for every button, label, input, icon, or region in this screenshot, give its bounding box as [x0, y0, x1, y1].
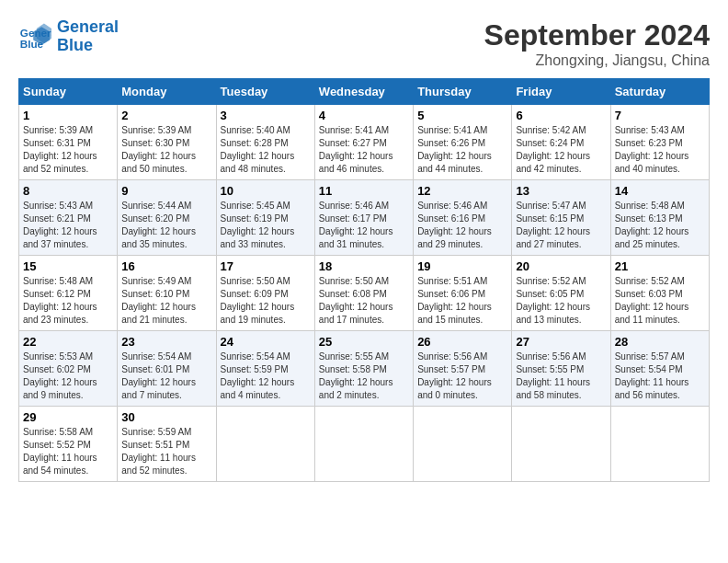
day-info: Sunrise: 5:52 AM Sunset: 6:05 PM Dayligh…	[516, 275, 606, 327]
day-info: Sunrise: 5:44 AM Sunset: 6:20 PM Dayligh…	[121, 200, 211, 251]
calendar-header-row: SundayMondayTuesdayWednesdayThursdayFrid…	[19, 79, 710, 105]
calendar-day	[512, 407, 610, 482]
calendar-day: 30Sunrise: 5:59 AM Sunset: 5:51 PM Dayli…	[118, 407, 216, 482]
day-number: 23	[121, 335, 211, 349]
calendar-day: 10Sunrise: 5:45 AM Sunset: 6:19 PM Dayli…	[216, 180, 314, 256]
calendar-day: 20Sunrise: 5:52 AM Sunset: 6:05 PM Dayli…	[512, 256, 610, 331]
header-sunday: Sunday	[19, 79, 118, 105]
title-block: September 2024 Zhongxing, Jiangsu, China	[484, 18, 710, 69]
day-info: Sunrise: 5:43 AM Sunset: 6:21 PM Dayligh…	[23, 200, 113, 251]
header-wednesday: Wednesday	[314, 79, 413, 105]
header-saturday: Saturday	[610, 79, 709, 105]
day-number: 1	[23, 109, 113, 122]
day-number: 25	[319, 335, 409, 349]
logo-icon: General Blue	[18, 20, 51, 53]
header-thursday: Thursday	[414, 79, 512, 105]
day-info: Sunrise: 5:42 AM Sunset: 6:24 PM Dayligh…	[516, 124, 606, 176]
page-header: General Blue General Blue September 2024…	[18, 18, 710, 69]
day-number: 7	[615, 109, 705, 122]
calendar-day: 24Sunrise: 5:54 AM Sunset: 5:59 PM Dayli…	[216, 331, 314, 407]
calendar-day: 2Sunrise: 5:39 AM Sunset: 6:30 PM Daylig…	[118, 105, 216, 180]
calendar-day: 7Sunrise: 5:43 AM Sunset: 6:23 PM Daylig…	[610, 105, 709, 180]
calendar-day: 17Sunrise: 5:50 AM Sunset: 6:09 PM Dayli…	[216, 256, 314, 331]
day-number: 3	[221, 109, 311, 122]
calendar-day: 19Sunrise: 5:51 AM Sunset: 6:06 PM Dayli…	[414, 256, 512, 331]
calendar-table: SundayMondayTuesdayWednesdayThursdayFrid…	[18, 78, 710, 482]
day-info: Sunrise: 5:54 AM Sunset: 5:59 PM Dayligh…	[221, 350, 311, 402]
calendar-week-3: 15Sunrise: 5:48 AM Sunset: 6:12 PM Dayli…	[19, 256, 710, 331]
logo: General Blue General Blue	[18, 18, 119, 55]
day-number: 5	[417, 109, 507, 122]
calendar-body: 1Sunrise: 5:39 AM Sunset: 6:31 PM Daylig…	[19, 105, 710, 482]
day-info: Sunrise: 5:45 AM Sunset: 6:19 PM Dayligh…	[221, 200, 311, 251]
day-number: 15	[23, 259, 113, 273]
day-info: Sunrise: 5:47 AM Sunset: 6:15 PM Dayligh…	[516, 200, 606, 251]
day-number: 16	[121, 259, 211, 273]
day-info: Sunrise: 5:56 AM Sunset: 5:57 PM Dayligh…	[417, 350, 507, 402]
calendar-day	[610, 407, 709, 482]
day-number: 14	[615, 184, 705, 198]
day-info: Sunrise: 5:39 AM Sunset: 6:31 PM Dayligh…	[23, 124, 113, 176]
day-number: 28	[615, 335, 705, 349]
day-info: Sunrise: 5:41 AM Sunset: 6:26 PM Dayligh…	[417, 124, 507, 176]
calendar-day: 21Sunrise: 5:52 AM Sunset: 6:03 PM Dayli…	[610, 256, 709, 331]
day-info: Sunrise: 5:50 AM Sunset: 6:08 PM Dayligh…	[319, 275, 409, 327]
day-info: Sunrise: 5:50 AM Sunset: 6:09 PM Dayligh…	[221, 275, 311, 327]
calendar-day: 9Sunrise: 5:44 AM Sunset: 6:20 PM Daylig…	[118, 180, 216, 256]
day-info: Sunrise: 5:51 AM Sunset: 6:06 PM Dayligh…	[417, 275, 507, 327]
calendar-week-1: 1Sunrise: 5:39 AM Sunset: 6:31 PM Daylig…	[19, 105, 710, 180]
day-info: Sunrise: 5:54 AM Sunset: 6:01 PM Dayligh…	[121, 350, 211, 402]
calendar-day	[216, 407, 314, 482]
day-number: 30	[121, 410, 211, 424]
calendar-day: 8Sunrise: 5:43 AM Sunset: 6:21 PM Daylig…	[19, 180, 118, 256]
calendar-day: 16Sunrise: 5:49 AM Sunset: 6:10 PM Dayli…	[118, 256, 216, 331]
day-info: Sunrise: 5:48 AM Sunset: 6:13 PM Dayligh…	[615, 200, 705, 251]
calendar-day: 29Sunrise: 5:58 AM Sunset: 5:52 PM Dayli…	[19, 407, 118, 482]
calendar-day: 13Sunrise: 5:47 AM Sunset: 6:15 PM Dayli…	[512, 180, 610, 256]
day-number: 29	[23, 410, 113, 424]
calendar-day: 3Sunrise: 5:40 AM Sunset: 6:28 PM Daylig…	[216, 105, 314, 180]
day-info: Sunrise: 5:55 AM Sunset: 5:58 PM Dayligh…	[319, 350, 409, 402]
day-number: 12	[417, 184, 507, 198]
day-number: 17	[221, 259, 311, 273]
day-info: Sunrise: 5:52 AM Sunset: 6:03 PM Dayligh…	[615, 275, 705, 327]
day-number: 10	[221, 184, 311, 198]
day-number: 2	[121, 109, 211, 122]
day-number: 22	[23, 335, 113, 349]
day-info: Sunrise: 5:48 AM Sunset: 6:12 PM Dayligh…	[23, 275, 113, 327]
calendar-day: 14Sunrise: 5:48 AM Sunset: 6:13 PM Dayli…	[610, 180, 709, 256]
day-info: Sunrise: 5:40 AM Sunset: 6:28 PM Dayligh…	[221, 124, 311, 176]
day-number: 24	[221, 335, 311, 349]
day-number: 8	[23, 184, 113, 198]
day-info: Sunrise: 5:56 AM Sunset: 5:55 PM Dayligh…	[516, 350, 606, 402]
calendar-day: 5Sunrise: 5:41 AM Sunset: 6:26 PM Daylig…	[414, 105, 512, 180]
calendar-day: 4Sunrise: 5:41 AM Sunset: 6:27 PM Daylig…	[314, 105, 413, 180]
day-number: 19	[417, 259, 507, 273]
calendar-subtitle: Zhongxing, Jiangsu, China	[484, 52, 710, 69]
calendar-day: 25Sunrise: 5:55 AM Sunset: 5:58 PM Dayli…	[314, 331, 413, 407]
day-number: 18	[319, 259, 409, 273]
calendar-day: 15Sunrise: 5:48 AM Sunset: 6:12 PM Dayli…	[19, 256, 118, 331]
calendar-day: 26Sunrise: 5:56 AM Sunset: 5:57 PM Dayli…	[414, 331, 512, 407]
day-info: Sunrise: 5:46 AM Sunset: 6:17 PM Dayligh…	[319, 200, 409, 251]
calendar-week-4: 22Sunrise: 5:53 AM Sunset: 6:02 PM Dayli…	[19, 331, 710, 407]
logo-text: General Blue	[57, 18, 119, 55]
calendar-day: 23Sunrise: 5:54 AM Sunset: 6:01 PM Dayli…	[118, 331, 216, 407]
header-monday: Monday	[118, 79, 216, 105]
day-number: 13	[516, 184, 606, 198]
day-number: 21	[615, 259, 705, 273]
header-tuesday: Tuesday	[216, 79, 314, 105]
calendar-day: 12Sunrise: 5:46 AM Sunset: 6:16 PM Dayli…	[414, 180, 512, 256]
day-info: Sunrise: 5:41 AM Sunset: 6:27 PM Dayligh…	[319, 124, 409, 176]
calendar-day: 1Sunrise: 5:39 AM Sunset: 6:31 PM Daylig…	[19, 105, 118, 180]
calendar-day: 28Sunrise: 5:57 AM Sunset: 5:54 PM Dayli…	[610, 331, 709, 407]
day-info: Sunrise: 5:49 AM Sunset: 6:10 PM Dayligh…	[121, 275, 211, 327]
calendar-week-2: 8Sunrise: 5:43 AM Sunset: 6:21 PM Daylig…	[19, 180, 710, 256]
calendar-day	[414, 407, 512, 482]
day-number: 11	[319, 184, 409, 198]
day-number: 20	[516, 259, 606, 273]
day-number: 26	[417, 335, 507, 349]
calendar-day: 27Sunrise: 5:56 AM Sunset: 5:55 PM Dayli…	[512, 331, 610, 407]
calendar-day	[314, 407, 413, 482]
calendar-title: September 2024	[484, 18, 710, 52]
